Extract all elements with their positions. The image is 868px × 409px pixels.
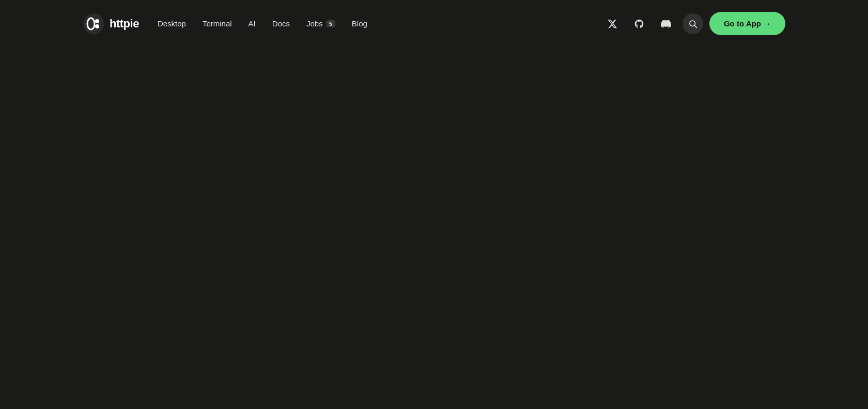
go-to-app-label: Go to App → [724, 19, 771, 28]
main-nav: Desktop Terminal AI Docs Jobs 5 Blog [158, 19, 367, 28]
nav-item-docs[interactable]: Docs [272, 19, 290, 28]
nav-item-terminal[interactable]: Terminal [203, 19, 232, 28]
nav-item-jobs[interactable]: Jobs 5 [306, 19, 335, 28]
go-to-app-button[interactable]: Go to App → [709, 12, 785, 35]
nav-item-blog[interactable]: Blog [352, 19, 367, 28]
nav-right: Go to App → [602, 12, 785, 35]
discord-icon [661, 19, 671, 29]
search-icon [688, 19, 698, 28]
jobs-count-badge: 5 [326, 20, 335, 27]
svg-point-2 [95, 19, 99, 23]
logo-text: httpie [110, 17, 139, 31]
jobs-label: Jobs [306, 19, 323, 28]
twitter-button[interactable] [602, 13, 623, 34]
main-content [0, 47, 868, 409]
logo-icon [83, 13, 104, 35]
nav-left: httpie Desktop Terminal AI Docs Jobs 5 B… [83, 13, 367, 35]
nav-item-ai[interactable]: AI [249, 19, 256, 28]
jobs-badge-wrapper: Jobs 5 [306, 19, 335, 28]
twitter-icon [607, 19, 617, 29]
svg-line-5 [694, 25, 696, 27]
github-button[interactable] [629, 13, 649, 34]
github-icon [634, 19, 644, 29]
nav-item-desktop[interactable]: Desktop [158, 19, 186, 28]
logo-link[interactable]: httpie [83, 13, 139, 35]
site-header: httpie Desktop Terminal AI Docs Jobs 5 B… [0, 0, 868, 47]
svg-point-3 [95, 24, 99, 28]
discord-button[interactable] [656, 13, 676, 34]
search-button[interactable] [683, 13, 703, 34]
svg-point-0 [83, 13, 104, 34]
